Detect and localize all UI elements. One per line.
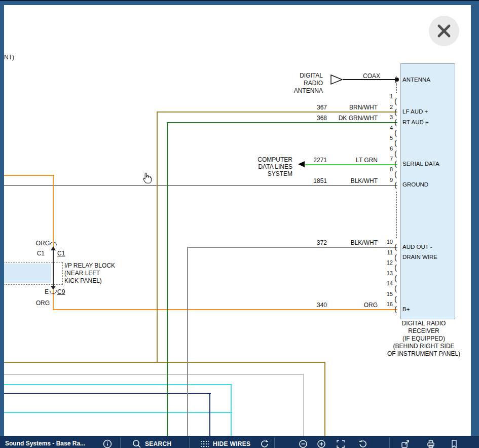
toolbar-divider <box>389 437 390 448</box>
pin-label-drain-wire: DRAIN WIRE <box>402 254 437 260</box>
diagram-canvas[interactable]: NT) ORG C1 C1 E C9 ORG I/P RELAY BLOCK (… <box>4 5 471 437</box>
bookmark-icon <box>449 439 459 448</box>
pin-number-8: 8 <box>373 166 393 172</box>
pin-number-14: 14 <box>373 280 393 286</box>
caption-line: (IF EQUIPPED) <box>368 335 471 343</box>
pin-socket-3: ( <box>394 118 397 127</box>
pin-number-10: 10 <box>373 239 393 245</box>
pin-socket-6: ( <box>394 150 397 158</box>
pin-number-3: 3 <box>373 114 393 120</box>
pin-socket-4: ( <box>394 129 397 137</box>
pin-socket-15: ( <box>394 295 397 304</box>
caption-line: RECEIVER <box>368 327 471 335</box>
hide-wires-button-label: HIDE WIRES <box>213 440 250 447</box>
receiver-caption: DIGITAL RADIO RECEIVER (IF EQUIPPED) (BE… <box>368 320 471 358</box>
pin-label-lf-aud: LF AUD + <box>402 108 428 115</box>
info-icon <box>102 439 113 448</box>
pin-socket-10: ( <box>394 243 397 251</box>
pin-socket-7: ( <box>394 160 397 168</box>
pin-label-aud-out: AUD OUT - <box>402 244 432 250</box>
search-button[interactable]: SEARCH <box>132 439 171 448</box>
pin-label-b-plus: B+ <box>402 306 410 312</box>
zoom-out-icon <box>298 439 308 448</box>
receiver-pins: 1(2(3(4(5(6(7(8(9(10(11(12(13(14(15(16(( <box>4 5 471 437</box>
search-button-label: SEARCH <box>145 440 171 447</box>
bookmark-button[interactable] <box>449 439 459 448</box>
print-icon <box>426 439 436 448</box>
pin-number-2: 2 <box>373 104 393 110</box>
export-icon <box>400 439 411 448</box>
pin-socket-9: ( <box>394 181 397 190</box>
pin-label-antenna: ANTENNA <box>402 77 430 83</box>
pin-socket-antenna: ( <box>394 76 397 84</box>
pin-label-serial-data: SERIAL DATA <box>402 161 439 167</box>
fit-to-screen-button[interactable] <box>336 439 346 448</box>
caption-line: (BEHIND RIGHT SIDE <box>368 343 471 350</box>
zoom-in-icon <box>316 439 326 448</box>
pin-socket-5: ( <box>394 139 397 147</box>
rotate-icon <box>358 439 368 448</box>
pin-number-1: 1 <box>373 93 393 99</box>
pin-socket-1: ( <box>394 97 397 106</box>
pin-socket-14: ( <box>394 284 397 293</box>
toolbar-divider <box>189 437 190 448</box>
pin-number-9: 9 <box>373 177 393 183</box>
pin-number-4: 4 <box>373 125 393 131</box>
pin-number-12: 12 <box>373 259 393 266</box>
toolbar-divider <box>120 437 121 448</box>
toolbar-divider <box>274 437 275 448</box>
pin-number-16: 16 <box>373 301 393 307</box>
pin-number-11: 11 <box>373 249 393 255</box>
print-button[interactable] <box>426 439 436 448</box>
caption-line: OF INSTRUMENT PANEL) <box>368 350 471 358</box>
hand-cursor-icon <box>141 172 153 184</box>
pin-socket-13: ( <box>394 274 397 283</box>
pin-socket-11: ( <box>394 253 397 262</box>
hide-wires-icon <box>200 439 210 448</box>
hide-wires-button[interactable]: HIDE WIRES <box>200 439 250 448</box>
pin-socket-8: ( <box>394 170 397 179</box>
diagram-title: Sound Systems - Base Ra... <box>5 440 85 447</box>
pin-socket-16: ( <box>394 305 397 314</box>
pin-number-5: 5 <box>373 135 393 141</box>
search-icon <box>132 439 142 448</box>
pin-number-13: 13 <box>373 270 393 276</box>
rotate-button[interactable] <box>358 439 368 448</box>
bottom-toolbar: Sound Systems - Base Ra... SEARCH HIDE W… <box>0 436 479 448</box>
zoom-out-button[interactable] <box>298 439 308 448</box>
pin-socket-12: ( <box>394 264 397 272</box>
pin-socket-2: ( <box>394 108 397 117</box>
close-icon <box>429 16 459 46</box>
zoom-in-button[interactable] <box>316 439 326 448</box>
reset-icon <box>260 439 270 448</box>
pin-number-15: 15 <box>373 291 393 297</box>
fit-screen-icon <box>336 439 346 448</box>
reset-view-button[interactable] <box>260 439 270 448</box>
close-button[interactable] <box>429 16 459 46</box>
info-button[interactable] <box>102 439 113 448</box>
pin-number-7: 7 <box>373 156 393 162</box>
export-button[interactable] <box>400 439 411 448</box>
pin-label-ground: GROUND <box>402 181 428 188</box>
caption-line: DIGITAL RADIO <box>368 320 471 327</box>
pin-number-6: 6 <box>373 145 393 152</box>
pin-label-rt-aud: RT AUD + <box>402 119 429 125</box>
